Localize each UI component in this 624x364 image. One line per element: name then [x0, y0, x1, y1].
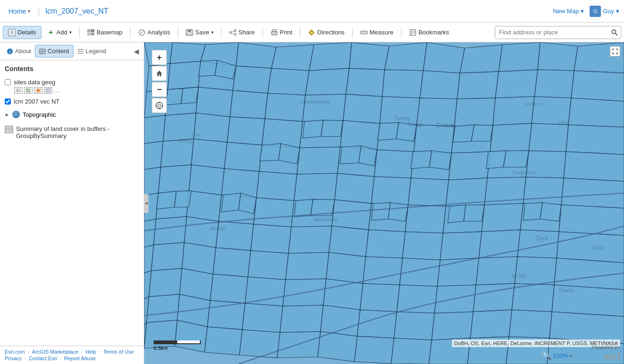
measure-button[interactable]: Measure	[355, 26, 398, 39]
zoom-level-value: 100%	[553, 352, 568, 359]
search-input[interactable]	[495, 26, 608, 39]
tab-content[interactable]: Content	[35, 45, 74, 57]
svg-text:FA10: FA10	[592, 245, 604, 251]
topo-expand-arrow[interactable]: ►	[5, 112, 9, 117]
sidebar-collapse-button[interactable]: ◀	[132, 46, 141, 57]
topbar-separator: |	[38, 7, 40, 16]
layer-icon-zoom[interactable]	[24, 87, 33, 94]
user-chevron: ▾	[616, 8, 619, 15]
search-icon	[611, 29, 618, 36]
footer-dot-3: ·	[99, 349, 100, 355]
svg-marker-204	[239, 330, 280, 358]
svg-text:Craiginches: Craiginches	[512, 170, 537, 175]
link-marketplace[interactable]: ArcGIS Marketplace	[32, 349, 78, 355]
svg-marker-167	[326, 252, 366, 283]
layer-icon-filter[interactable]	[44, 87, 52, 94]
svg-marker-139	[254, 198, 294, 227]
analysis-button[interactable]: Analysis	[133, 26, 175, 39]
svg-marker-98	[194, 113, 230, 142]
link-contact[interactable]: Contact Esri	[29, 356, 57, 361]
analysis-icon	[138, 29, 146, 36]
save-label: Save	[195, 29, 209, 36]
tab-about[interactable]: i About	[3, 45, 35, 57]
svg-marker-88	[303, 94, 346, 121]
details-label: Details	[17, 29, 36, 36]
user-button[interactable]: G Guy ▾	[590, 6, 619, 17]
new-map-button[interactable]: New Map ▾	[553, 8, 584, 15]
svg-marker-114	[297, 147, 340, 174]
link-help[interactable]: Help	[85, 349, 96, 355]
fullscreen-button[interactable]	[610, 46, 620, 57]
svg-marker-182	[397, 285, 437, 313]
svg-marker-181	[360, 283, 400, 312]
svg-marker-129	[371, 177, 411, 205]
home-chevron: ▾	[28, 8, 30, 14]
layer-group-lcm: lcm 2007 vec NT	[5, 97, 139, 106]
directions-button[interactable]: Directions	[303, 26, 349, 39]
basemap-button[interactable]: Basemap	[82, 26, 127, 39]
svg-marker-155	[366, 230, 405, 258]
tab-legend[interactable]: Legend	[74, 45, 110, 57]
svg-marker-198	[509, 310, 552, 338]
link-esri[interactable]: Esri.com	[5, 349, 25, 355]
add-label: Add	[57, 29, 67, 36]
svg-line-13	[231, 33, 234, 34]
save-button[interactable]: Save ▾	[181, 26, 218, 39]
details-button[interactable]: i Details	[3, 26, 41, 39]
svg-point-260	[158, 104, 161, 107]
measure-label: Measure	[369, 29, 394, 36]
svg-marker-218	[321, 120, 343, 137]
footer-dot-2: ·	[81, 349, 82, 355]
svg-marker-193	[320, 305, 360, 336]
content-icon	[39, 48, 46, 55]
link-privacy[interactable]: Privacy	[5, 356, 22, 361]
svg-text:Dyce: Dyce	[535, 235, 549, 242]
search-button[interactable]	[608, 29, 621, 36]
svg-marker-168	[363, 257, 402, 285]
svg-marker-165	[248, 251, 288, 280]
sidebar-content: Contents sites data geog	[0, 60, 144, 346]
details-icon: i	[8, 29, 16, 36]
layer-more-button[interactable]: …	[54, 87, 59, 94]
svg-marker-93	[493, 97, 534, 125]
user-icon: G	[590, 6, 601, 17]
print-button[interactable]: Print	[266, 26, 297, 39]
svg-marker-92	[454, 98, 495, 126]
add-chevron: ▾	[69, 30, 72, 35]
svg-marker-203	[205, 327, 242, 355]
zoom-in-button[interactable]: +	[152, 50, 167, 65]
link-report[interactable]: Report Abuse	[64, 356, 96, 361]
map-area[interactable]: Curpar Twenty Craigs Dyce Deans B7701 We…	[144, 42, 624, 364]
bookmarks-button[interactable]: Bookmarks	[404, 26, 454, 39]
home-button[interactable]: Home ▾	[5, 6, 34, 17]
share-button[interactable]: Share	[224, 26, 260, 39]
link-terms[interactable]: Terms of Use	[103, 349, 134, 355]
layer-checkbox-lcm[interactable]	[5, 98, 11, 105]
layer-icon-table[interactable]	[14, 87, 23, 94]
layer-icon-style[interactable]	[34, 87, 42, 94]
svg-rect-0	[87, 29, 90, 32]
svg-marker-197	[470, 310, 512, 338]
svg-marker-153	[288, 226, 332, 253]
zoom-out-button[interactable]: −	[152, 82, 167, 97]
search-box	[495, 26, 621, 39]
svg-line-5	[140, 31, 143, 34]
svg-marker-116	[374, 150, 414, 178]
svg-marker-149	[154, 217, 187, 245]
svg-marker-225	[340, 146, 361, 164]
svg-marker-177	[210, 274, 248, 303]
locate-button[interactable]	[152, 98, 167, 113]
svg-marker-74	[268, 68, 309, 95]
svg-marker-62	[309, 42, 352, 71]
svg-rect-2	[87, 33, 90, 35]
toolbar-sep-7	[352, 27, 353, 38]
analysis-label: Analysis	[148, 29, 170, 36]
sidebar-resize-handle[interactable]: ◀	[144, 194, 148, 213]
add-button[interactable]: + Add ▾	[42, 26, 76, 39]
svg-marker-86	[230, 90, 268, 119]
layer-checkbox-sites[interactable]	[5, 79, 11, 85]
sidebar: i About Content Legend ◀ Contents sites …	[0, 42, 144, 364]
home-extent-button[interactable]	[152, 66, 167, 81]
svg-marker-73	[233, 66, 271, 93]
svg-text:Deans: Deans	[559, 287, 574, 293]
